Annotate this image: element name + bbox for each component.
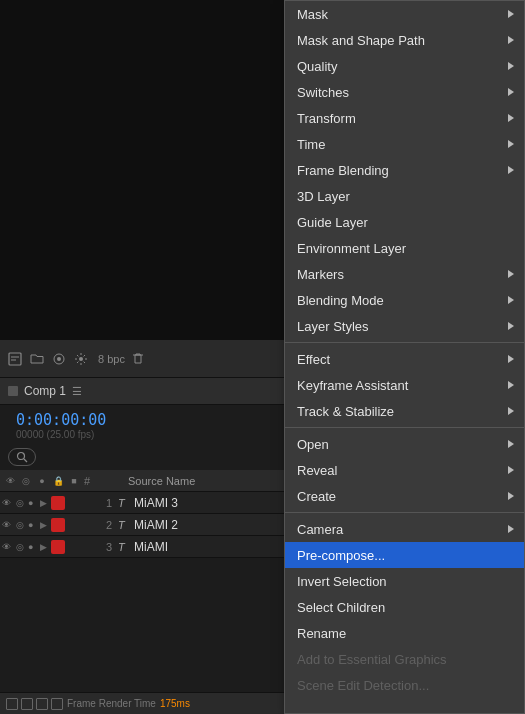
menu-item-guide-layer[interactable]: Guide Layer — [285, 209, 524, 235]
layer-type-icon: T — [118, 497, 132, 509]
menu-item-switches[interactable]: Switches — [285, 79, 524, 105]
menu-arrow-frame-blending — [508, 166, 514, 174]
menu-label-3d-layer: 3D Layer — [297, 189, 350, 204]
svg-point-6 — [18, 453, 25, 460]
menu-arrow-quality — [508, 62, 514, 70]
menu-label-keyframe-assistant: Keyframe Assistant — [297, 378, 408, 393]
bpc-label: 8 bpc — [98, 353, 125, 365]
status-label: Frame Render Time — [67, 698, 156, 709]
status-icon-1 — [6, 698, 18, 710]
menu-label-scene-edit-detection: Scene Edit Detection... — [297, 678, 429, 693]
menu-arrow-open — [508, 440, 514, 448]
trash-icon[interactable] — [129, 350, 147, 368]
comp-thumbnail — [8, 386, 18, 396]
menu-item-scene-edit-detection: Scene Edit Detection... — [285, 672, 524, 698]
menu-label-select-children: Select Children — [297, 600, 385, 615]
color-icon — [50, 350, 68, 368]
layer-icons: 👁 ◎ ● ▶ — [0, 496, 100, 510]
layer-expand-arrow: ▶ — [40, 498, 47, 508]
menu-item-track-stabilize[interactable]: Track & Stabilize — [285, 398, 524, 424]
menu-arrow-camera — [508, 525, 514, 533]
menu-item-mask[interactable]: Mask — [285, 1, 524, 27]
settings-icon[interactable] — [72, 350, 90, 368]
menu-label-switches: Switches — [297, 85, 349, 100]
menu-item-rename[interactable]: Rename — [285, 620, 524, 646]
menu-item-pre-compose[interactable]: Pre-compose... — [285, 542, 524, 568]
layer-row[interactable]: 👁 ◎ ● ▶ 3 T MiAMI — [0, 536, 285, 558]
svg-point-5 — [79, 357, 83, 361]
menu-item-quality[interactable]: Quality — [285, 53, 524, 79]
layer-solo-icon: ● — [28, 542, 38, 552]
svg-point-4 — [57, 357, 61, 361]
layers-list: 👁 ◎ ● ▶ 1 T MiAMI 3 👁 ◎ ● ▶ 2 T MiAMI 2 … — [0, 492, 285, 558]
menu-item-mask-shape-path[interactable]: Mask and Shape Path — [285, 27, 524, 53]
layer-search-box[interactable] — [8, 448, 36, 466]
layer-expand-arrow: ▶ — [40, 542, 47, 552]
menu-item-keyframe-assistant[interactable]: Keyframe Assistant — [285, 372, 524, 398]
menu-arrow-mask — [508, 10, 514, 18]
layer-eye-icon: 👁 — [2, 498, 14, 508]
menu-label-time: Time — [297, 137, 325, 152]
menu-arrow-keyframe-assistant — [508, 381, 514, 389]
menu-item-time[interactable]: Time — [285, 131, 524, 157]
menu-arrow-reveal — [508, 466, 514, 474]
menu-item-select-children[interactable]: Select Children — [285, 594, 524, 620]
menu-arrow-mask-shape-path — [508, 36, 514, 44]
menu-label-guide-layer: Guide Layer — [297, 215, 368, 230]
menu-item-3d-layer[interactable]: 3D Layer — [285, 183, 524, 209]
layer-color-swatch — [51, 496, 65, 510]
menu-label-rename: Rename — [297, 626, 346, 641]
context-menu: MaskMask and Shape PathQualitySwitchesTr… — [284, 0, 525, 714]
menu-item-environment-layer[interactable]: Environment Layer — [285, 235, 524, 261]
menu-item-frame-blending[interactable]: Frame Blending — [285, 157, 524, 183]
menu-item-blending-mode[interactable]: Blending Mode — [285, 287, 524, 313]
layer-row[interactable]: 👁 ◎ ● ▶ 1 T MiAMI 3 — [0, 492, 285, 514]
menu-separator — [285, 512, 524, 513]
menu-item-layer-styles[interactable]: Layer Styles — [285, 313, 524, 339]
menu-label-transform: Transform — [297, 111, 356, 126]
menu-label-frame-blending: Frame Blending — [297, 163, 389, 178]
status-bar: Frame Render Time 175ms — [0, 692, 285, 714]
menu-separator — [285, 342, 524, 343]
menu-label-add-essential-graphics: Add to Essential Graphics — [297, 652, 447, 667]
status-value: 175ms — [160, 698, 190, 709]
col-eye-icon: 👁 — [4, 475, 16, 487]
layer-color-swatch — [51, 518, 65, 532]
menu-arrow-transform — [508, 114, 514, 122]
svg-line-7 — [24, 459, 27, 462]
menu-label-markers: Markers — [297, 267, 344, 282]
status-icon-2 — [21, 698, 33, 710]
comp-icon — [6, 350, 24, 368]
menu-arrow-switches — [508, 88, 514, 96]
menu-item-reveal[interactable]: Reveal — [285, 457, 524, 483]
menu-label-create: Create — [297, 489, 336, 504]
layer-row[interactable]: 👁 ◎ ● ▶ 2 T MiAMI 2 — [0, 514, 285, 536]
column-header: 👁 ◎ ● 🔒 ■ # Source Name — [0, 470, 285, 492]
timeline-panel: 8 bpc Comp 1 ☰ 0:00:00:00 00000 (25.00 f… — [0, 0, 285, 714]
menu-item-markers[interactable]: Markers — [285, 261, 524, 287]
layer-audio-icon: ◎ — [16, 542, 26, 552]
layer-num: 3 — [100, 541, 118, 553]
menu-arrow-track-stabilize — [508, 407, 514, 415]
timecode-display: 0:00:00:00 — [8, 409, 285, 429]
search-row — [0, 444, 285, 470]
status-icon-3 — [36, 698, 48, 710]
menu-arrow-blending-mode — [508, 296, 514, 304]
menu-item-add-essential-graphics: Add to Essential Graphics — [285, 646, 524, 672]
menu-label-layer-styles: Layer Styles — [297, 319, 369, 334]
menu-item-invert-selection[interactable]: Invert Selection — [285, 568, 524, 594]
col-source-header: Source Name — [124, 475, 195, 487]
menu-item-transform[interactable]: Transform — [285, 105, 524, 131]
menu-item-create[interactable]: Create — [285, 483, 524, 509]
menu-item-camera[interactable]: Camera — [285, 516, 524, 542]
col-num-header: # — [84, 475, 90, 487]
layer-name-label: MiAMI 2 — [132, 518, 178, 532]
menu-item-open[interactable]: Open — [285, 431, 524, 457]
layer-expand-arrow: ▶ — [40, 520, 47, 530]
menu-label-blending-mode: Blending Mode — [297, 293, 384, 308]
menu-label-invert-selection: Invert Selection — [297, 574, 387, 589]
menu-item-effect[interactable]: Effect — [285, 346, 524, 372]
status-icon-4 — [51, 698, 63, 710]
comp-menu-icon[interactable]: ☰ — [72, 385, 82, 398]
menu-arrow-create — [508, 492, 514, 500]
